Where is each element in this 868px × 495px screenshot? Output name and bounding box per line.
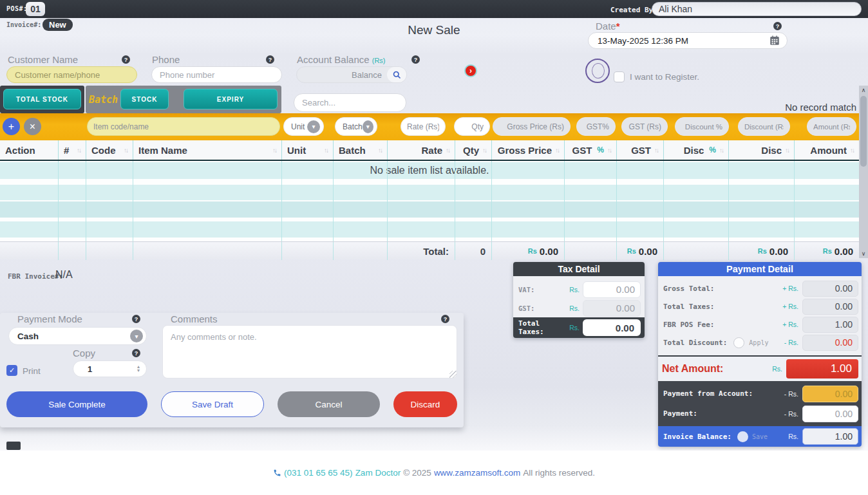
sort-icon[interactable]: ↑↓ xyxy=(272,147,276,154)
batch-dropdown[interactable]: Batch ▾ xyxy=(335,117,377,136)
payment-detail-panel: Payment Detail Gross Total: + Rs. 0.00 T… xyxy=(658,262,862,447)
sort-icon[interactable]: ↑↓ xyxy=(850,147,854,154)
fbr-invoice-value: N/A xyxy=(55,269,73,281)
sort-icon[interactable]: ↑↓ xyxy=(324,147,328,154)
balance-placeholder: Balance xyxy=(352,70,382,80)
print-checkbox[interactable]: ✓ xyxy=(6,365,17,376)
copy-count-stepper[interactable]: 1 ▴ ▾ xyxy=(73,360,147,377)
total-discount-value[interactable]: 0.00 xyxy=(802,335,858,351)
comments-textarea[interactable] xyxy=(162,325,457,378)
balance-help-icon[interactable]: ? xyxy=(411,55,420,64)
clear-item-button[interactable]: × xyxy=(24,118,41,135)
check-icon: ✓ xyxy=(9,366,15,375)
sort-icon[interactable]: ↑↓ xyxy=(124,147,127,154)
sort-icon[interactable]: ↑↓ xyxy=(555,147,559,154)
fbr-pos-fee-value[interactable]: 1.00 xyxy=(802,317,858,333)
scrollbar-thumb[interactable] xyxy=(860,96,867,167)
sort-icon[interactable]: ↑↓ xyxy=(654,147,658,154)
batch-dropdown-label: Batch xyxy=(343,122,363,131)
payment-mode-value: Cash xyxy=(17,332,39,341)
payment-input[interactable]: 0.00 xyxy=(802,406,858,422)
save-balance-checkbox[interactable] xyxy=(737,431,748,442)
column-header-gst-percent: GST%↑↓ xyxy=(564,140,616,160)
add-item-button[interactable]: + xyxy=(3,118,20,135)
sort-icon[interactable]: ↑↓ xyxy=(719,147,723,154)
copy-count-value: 1 xyxy=(88,364,92,374)
apply-discount-checkbox[interactable] xyxy=(733,337,744,348)
table-row xyxy=(0,201,859,218)
scroll-up-arrow[interactable]: ∧ xyxy=(859,86,868,95)
net-amount-row: Net Amount: Rs. 1.00 xyxy=(658,357,862,381)
gst-amount-input[interactable] xyxy=(621,117,668,136)
totals-row: Total: 0 Rs0.00 Rs0.00 Rs0.00 Rs0.00 xyxy=(0,241,859,259)
date-help-icon[interactable]: ? xyxy=(773,22,782,30)
cancel-button[interactable]: Cancel xyxy=(278,391,380,417)
sale-complete-button[interactable]: Sale Complete xyxy=(6,391,147,417)
created-by-input[interactable] xyxy=(652,2,862,16)
unit-dropdown[interactable]: Unit ▾ xyxy=(283,117,324,136)
sort-icon[interactable]: ↑↓ xyxy=(446,147,449,154)
register-checkbox[interactable] xyxy=(614,71,625,82)
vat-input[interactable]: 0.00 xyxy=(583,281,641,298)
column-header-disc: Disc↑↓ xyxy=(728,140,794,160)
spin-down-icon[interactable]: ▾ xyxy=(137,369,140,373)
total-taxes-row: Total Taxes: + Rs. 0.00 xyxy=(663,297,858,315)
qty-input[interactable] xyxy=(454,117,490,136)
rate-input[interactable] xyxy=(401,117,446,136)
phone-input[interactable] xyxy=(151,66,282,83)
created-by-label: Created By: xyxy=(610,6,657,14)
calendar-icon[interactable] xyxy=(769,35,780,46)
payment-mode-select[interactable]: Cash ▾ xyxy=(8,327,147,345)
gst-row: GST: Rs. 0.00 xyxy=(518,299,641,317)
stock-button[interactable]: STOCK xyxy=(120,89,169,109)
gross-total-value[interactable]: 0.00 xyxy=(802,281,858,297)
table-scrollbar[interactable]: ∧ ∨ xyxy=(859,86,868,258)
sort-icon[interactable]: ↑↓ xyxy=(785,147,789,154)
pos-number-badge: 01 xyxy=(26,2,45,16)
footer-site-link[interactable]: www.zamzamsoft.com xyxy=(434,468,520,478)
footer: (031 01 65 65 45) Zam Doctor © 2025 www.… xyxy=(0,451,868,495)
search-input[interactable] xyxy=(294,93,406,112)
balance-search-button[interactable] xyxy=(387,67,406,82)
save-draft-button[interactable]: Save Draft xyxy=(161,391,264,417)
chevron-down-icon: ▾ xyxy=(363,120,373,133)
footer-brand: Zam Doctor xyxy=(355,468,401,478)
sort-icon[interactable]: ↑↓ xyxy=(482,147,486,154)
expiry-button[interactable]: EXPIRY xyxy=(184,89,278,109)
comments-help-icon[interactable]: ? xyxy=(441,315,449,323)
copy-help-icon[interactable]: ? xyxy=(132,349,140,357)
customer-name-help-icon[interactable]: ? xyxy=(122,55,130,64)
resize-handle[interactable] xyxy=(449,371,457,378)
no-record-match-text: No record match xyxy=(663,102,856,113)
amount-input[interactable] xyxy=(807,117,856,136)
total-taxes-input[interactable]: 0.00 xyxy=(583,319,641,336)
gross-price-input[interactable] xyxy=(493,117,571,136)
discount-percent-input[interactable] xyxy=(675,117,729,136)
column-header-qty: Qty↑↓ xyxy=(455,140,491,160)
expand-customer-button[interactable]: › xyxy=(464,64,477,77)
invoice-balance-value[interactable]: 1.00 xyxy=(802,428,858,445)
discount-amount-input[interactable] xyxy=(738,117,790,136)
customer-name-input[interactable] xyxy=(6,66,137,83)
discard-button[interactable]: Discard xyxy=(393,391,457,417)
print-label: Print xyxy=(23,366,41,376)
sort-icon[interactable]: ↑↓ xyxy=(607,147,611,154)
sort-icon[interactable]: ↑↓ xyxy=(378,147,382,154)
phone-label: Phone xyxy=(152,54,180,65)
payment-mode-help-icon[interactable]: ? xyxy=(132,315,140,323)
gst-input[interactable]: 0.00 xyxy=(583,300,641,317)
column-header-gst: GST↑↓ xyxy=(616,140,663,160)
tax-detail-title: Tax Detail xyxy=(513,262,645,276)
total-taxes-value[interactable]: 0.00 xyxy=(802,299,858,315)
date-input[interactable]: 13-May-2025 12:36 PM xyxy=(588,32,788,49)
payment-from-account-input[interactable]: 0.00 xyxy=(802,386,858,402)
gst-percent-input[interactable] xyxy=(576,117,616,136)
item-code-input[interactable] xyxy=(87,117,280,136)
column-header-amount: Amount↑↓ xyxy=(794,140,859,160)
total-stock-button[interactable]: TOTAL STOCK xyxy=(3,89,81,109)
scroll-down-arrow[interactable]: ∨ xyxy=(859,249,868,258)
stepper-arrows[interactable]: ▴ ▾ xyxy=(137,365,140,373)
phone-help-icon[interactable]: ? xyxy=(266,55,274,64)
column-header-index: #↑↓ xyxy=(58,140,86,160)
sort-icon[interactable]: ↑↓ xyxy=(77,147,80,154)
